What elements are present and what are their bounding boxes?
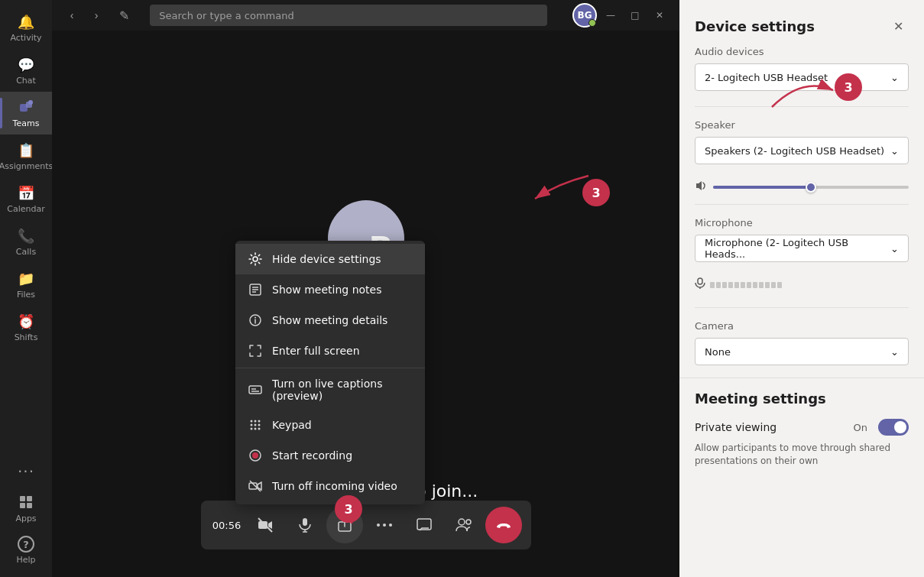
- svg-rect-27: [249, 386, 261, 394]
- svg-line-42: [250, 481, 261, 491]
- microphone-label: Microphone: [695, 217, 909, 229]
- menu-item-keypad[interactable]: Keypad: [235, 410, 425, 440]
- new-chat-button[interactable]: ✎: [113, 5, 135, 26]
- sidebar-item-teams[interactable]: Teams: [0, 92, 52, 135]
- more-button[interactable]: [366, 507, 403, 543]
- camera-chevron: ⌄: [890, 346, 899, 358]
- divider-1: [695, 106, 909, 107]
- audio-device-select[interactable]: 2- Logitech USB Headset ⌄: [695, 63, 909, 91]
- sidebar-item-activity-label: Activity: [10, 33, 41, 43]
- private-viewing-label: Private viewing: [695, 421, 776, 433]
- sidebar-item-apps-label: Apps: [15, 514, 36, 524]
- live-captions-label: Turn on live captions (preview): [272, 378, 413, 402]
- mic-button[interactable]: [287, 507, 323, 543]
- speaker-select[interactable]: Speakers (2- Logitech USB Headset) ⌄: [695, 137, 909, 164]
- menu-item-turn-off-video[interactable]: Turn off incoming video: [235, 471, 425, 501]
- sidebar-item-more[interactable]: ···: [0, 456, 52, 487]
- audio-device-chevron: ⌄: [890, 72, 899, 83]
- private-viewing-toggle[interactable]: [878, 419, 909, 436]
- sidebar-item-chat[interactable]: 💬 Chat: [0, 49, 52, 92]
- keypad-label: Keypad: [272, 419, 312, 431]
- sidebar-item-files[interactable]: 📁 Files: [0, 263, 52, 306]
- volume-fill: [713, 186, 815, 189]
- svg-rect-9: [303, 518, 307, 526]
- sidebar-item-files-label: Files: [17, 290, 35, 300]
- svg-rect-6: [27, 503, 32, 508]
- nav-forward-button[interactable]: ›: [86, 5, 107, 26]
- keypad-icon: [248, 417, 263, 433]
- svg-point-13: [377, 524, 380, 527]
- callout-share-btn: 3: [335, 495, 362, 523]
- notes-icon: [248, 282, 263, 297]
- call-timer: 00:56: [210, 520, 244, 531]
- participants-button[interactable]: [446, 507, 482, 543]
- mic-bar-12: [777, 282, 782, 288]
- sidebar-item-calendar[interactable]: 📅 Calendar: [0, 177, 52, 220]
- titlebar-right: BG — □ ✕: [572, 3, 670, 28]
- speaker-label: Speaker: [695, 119, 909, 131]
- menu-item-hide-device-settings[interactable]: Hide device settings: [235, 244, 425, 274]
- video-toggle-button[interactable]: [247, 507, 284, 543]
- microphone-select[interactable]: Microphone (2- Logitech USB Heads... ⌄: [695, 235, 909, 262]
- sidebar-item-assignments[interactable]: 📋 Assignments: [0, 135, 52, 177]
- svg-point-17: [459, 519, 465, 525]
- menu-item-show-meeting-notes[interactable]: Show meeting notes: [235, 274, 425, 305]
- svg-point-30: [251, 420, 253, 423]
- meeting-settings-section: Meeting settings Private viewing On Allo…: [679, 378, 924, 480]
- speaker-chevron: ⌄: [890, 145, 899, 157]
- menu-item-start-recording[interactable]: Start recording: [235, 440, 425, 471]
- titlebar: ‹ › ✎ Search or type a command BG — □ ✕: [52, 0, 679, 31]
- mic-level-row: [679, 274, 924, 304]
- microphone-chevron: ⌄: [890, 243, 899, 254]
- show-meeting-details-label: Show meeting details: [272, 314, 387, 326]
- help-icon: ?: [18, 536, 34, 553]
- mic-bar-3: [722, 282, 727, 288]
- mic-bar-2: [716, 282, 721, 288]
- chat-button[interactable]: [406, 507, 443, 543]
- svg-point-37: [255, 428, 257, 430]
- minimize-button[interactable]: —: [600, 5, 621, 26]
- mic-bar-10: [765, 282, 770, 288]
- speaker-value: Speakers (2- Logitech USB Headset): [705, 145, 890, 157]
- sidebar-item-calendar-label: Calendar: [7, 204, 44, 214]
- speaker-section: Speaker Speakers (2- Logitech USB Headse…: [679, 119, 924, 177]
- private-viewing-status: On: [854, 422, 867, 433]
- calls-icon: 📞: [17, 226, 35, 245]
- apps-icon: [17, 493, 35, 511]
- volume-icon: [695, 180, 707, 195]
- mic-bar-6: [741, 282, 745, 288]
- svg-rect-4: [27, 496, 32, 501]
- search-bar[interactable]: Search or type a command: [150, 5, 547, 26]
- sidebar-item-apps[interactable]: Apps: [0, 487, 52, 530]
- sidebar-item-shifts[interactable]: ⏰ Shifts: [0, 306, 52, 348]
- mic-bar-11: [771, 282, 776, 288]
- content-area: B Waiting for others to join... 00:56: [52, 31, 679, 577]
- panel-header: Device settings ✕: [679, 0, 924, 46]
- mic-bar-8: [753, 282, 757, 288]
- sidebar-item-calls[interactable]: 📞 Calls: [0, 220, 52, 263]
- maximize-button[interactable]: □: [624, 5, 646, 26]
- end-call-button[interactable]: [485, 507, 522, 543]
- camera-select[interactable]: None ⌄: [695, 338, 909, 365]
- mic-bar-5: [734, 282, 739, 288]
- sidebar-item-help[interactable]: ? Help: [0, 530, 52, 571]
- private-viewing-control: On: [854, 419, 909, 436]
- volume-thumb: [806, 182, 816, 193]
- private-viewing-row: Private viewing On: [695, 419, 909, 436]
- sidebar-item-shifts-label: Shifts: [15, 332, 38, 342]
- nav-back-button[interactable]: ‹: [61, 5, 83, 26]
- svg-point-19: [253, 257, 258, 261]
- volume-track[interactable]: [713, 186, 909, 189]
- menu-item-show-meeting-details[interactable]: Show meeting details: [235, 305, 425, 336]
- close-button[interactable]: ✕: [649, 5, 670, 26]
- user-avatar[interactable]: BG: [572, 3, 597, 28]
- sidebar-item-activity[interactable]: 🔔 Activity: [0, 6, 52, 49]
- divider-2: [695, 204, 909, 205]
- captions-icon: [248, 382, 263, 397]
- menu-item-live-captions[interactable]: Turn on live captions (preview): [235, 370, 425, 410]
- mic-bar-9: [759, 282, 764, 288]
- toggle-knob: [894, 421, 906, 433]
- menu-item-enter-full-screen[interactable]: Enter full screen: [235, 336, 425, 366]
- menu-separator: [235, 368, 425, 368]
- panel-close-button[interactable]: ✕: [887, 15, 909, 37]
